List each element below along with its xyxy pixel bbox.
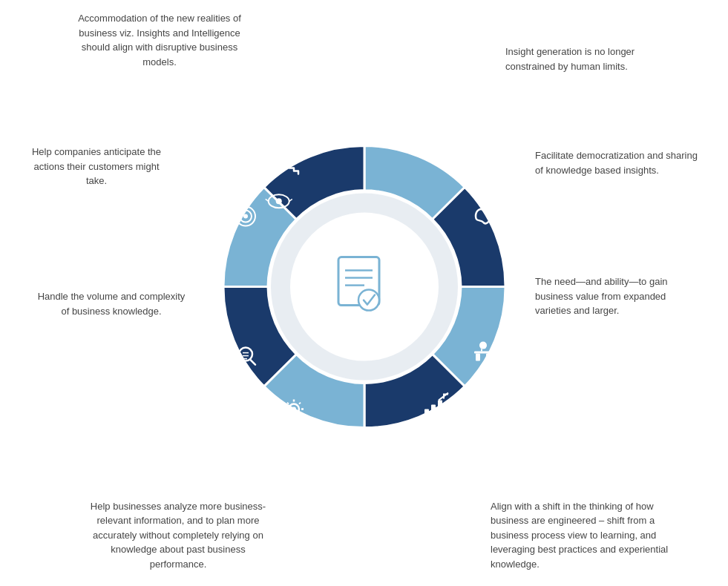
- diagram-container: Accommodation of the new realities of bu…: [0, 0, 728, 586]
- svg-rect-14: [486, 354, 491, 361]
- svg-point-1: [290, 213, 439, 361]
- svg-point-21: [292, 407, 296, 412]
- svg-rect-13: [476, 354, 480, 361]
- svg-rect-16: [424, 409, 429, 420]
- label-top-left: Accommodation of the new realities of bu…: [74, 11, 245, 69]
- svg-point-8: [275, 198, 281, 204]
- wheel-wrapper: [209, 131, 520, 443]
- label-bottom-left: Help businesses analyze more business-re…: [89, 499, 267, 572]
- svg-line-29: [299, 415, 301, 416]
- label-mid-left-bottom: Handle the volume and complexity of busi…: [37, 289, 186, 318]
- svg-point-6: [358, 290, 379, 311]
- svg-point-11: [479, 342, 487, 349]
- svg-rect-12: [474, 352, 492, 354]
- svg-point-37: [243, 214, 248, 219]
- svg-rect-18: [438, 401, 442, 420]
- svg-rect-17: [431, 405, 436, 420]
- label-top-right: Insight generation is no longer constrai…: [505, 45, 669, 73]
- svg-line-27: [299, 403, 301, 404]
- label-bottom-right: Align with a shift in the thinking of ho…: [491, 499, 669, 572]
- label-mid-right-bottom: The need—and ability—to gain business va…: [535, 274, 698, 318]
- label-mid-left-top: Help companies anticipate the actions th…: [22, 145, 171, 188]
- svg-point-38: [285, 154, 291, 159]
- svg-line-28: [287, 415, 289, 416]
- svg-line-26: [287, 403, 289, 404]
- label-mid-right-top: Facilitate democratization and sharing o…: [535, 148, 698, 177]
